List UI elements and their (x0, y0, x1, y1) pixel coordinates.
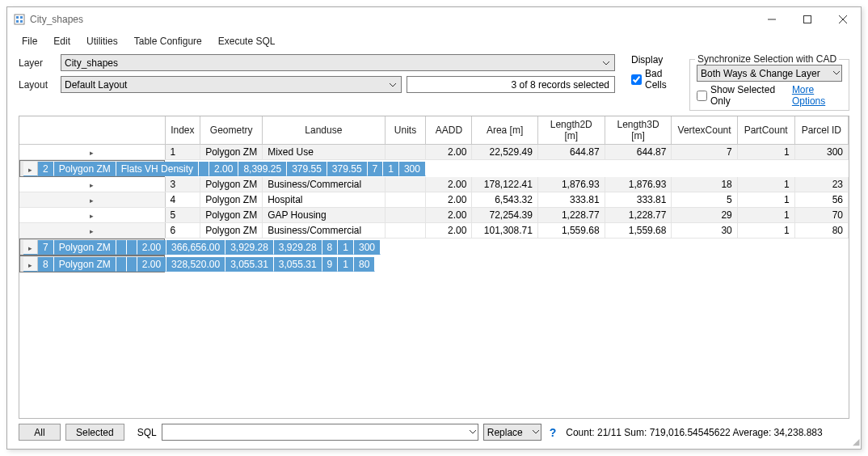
cell[interactable]: 80 (794, 223, 848, 239)
cell[interactable]: 300 (399, 162, 426, 176)
cell[interactable]: 9 (322, 257, 339, 272)
table-row[interactable]: ▸5Polygon ZMGAP Housing2.0072,254.391,22… (19, 208, 849, 223)
data-grid[interactable]: IndexGeometryLanduseUnitsAADDArea [m]Len… (19, 116, 849, 419)
cell[interactable]: 1 (338, 257, 354, 272)
cell[interactable]: 366,656.00 (166, 240, 225, 255)
row-selector[interactable]: ▸ (19, 208, 165, 223)
cell[interactable]: 4 (165, 192, 200, 208)
bad-cells-checkbox[interactable]: Bad Cells (631, 68, 675, 91)
row-selector[interactable]: ▸ (19, 192, 165, 208)
cell[interactable]: 6,543.32 (472, 192, 538, 208)
cell[interactable] (116, 257, 127, 272)
cell[interactable]: 3,055.31 (225, 257, 274, 272)
cell[interactable]: Hospital (263, 192, 385, 208)
cell[interactable]: 22,529.49 (472, 145, 538, 160)
cell[interactable] (385, 145, 426, 160)
table-row[interactable]: ▸2Polygon ZMFlats VH Density2.008,399.25… (19, 160, 165, 177)
cell[interactable]: 2.00 (209, 162, 238, 176)
cell[interactable]: 80 (354, 257, 375, 272)
row-selector[interactable]: ▸ (23, 162, 38, 176)
column-header[interactable]: Landuse (263, 116, 385, 145)
cell[interactable]: 3,929.28 (225, 240, 274, 255)
cell[interactable]: 5 (165, 208, 200, 223)
maximize-button[interactable] (790, 7, 825, 32)
row-selector[interactable]: ▸ (19, 145, 165, 160)
cell[interactable]: 2.00 (426, 192, 472, 208)
menu-table-configure[interactable]: Table Configure (128, 34, 209, 49)
cell[interactable]: 379.55 (287, 162, 327, 176)
layer-combo[interactable]: City_shapes (61, 54, 615, 71)
cell[interactable] (127, 257, 137, 272)
cell[interactable]: 30 (672, 223, 737, 239)
show-selected-only-checkbox[interactable]: Show Selected Only (697, 84, 784, 107)
column-header[interactable]: Length2D [m] (537, 116, 605, 145)
cell[interactable]: 7 (368, 162, 384, 176)
column-header[interactable]: Length3D [m] (605, 116, 672, 145)
cell[interactable]: 1,228.77 (537, 208, 605, 223)
cell[interactable]: 2.00 (426, 208, 472, 223)
column-header[interactable]: VertexCount (672, 116, 737, 145)
column-header[interactable]: Area [m] (472, 116, 538, 145)
cell[interactable] (116, 240, 127, 255)
cell[interactable]: 2.00 (426, 177, 472, 192)
cell[interactable]: 1 (737, 145, 794, 160)
cell[interactable]: 1 (737, 208, 794, 223)
cell[interactable]: 2.00 (137, 257, 166, 272)
all-button[interactable]: All (19, 424, 61, 441)
cell[interactable]: Polygon ZM (54, 162, 116, 176)
cell[interactable]: 1,228.77 (605, 208, 672, 223)
more-options-link[interactable]: More Options (792, 84, 842, 107)
layout-combo[interactable]: Default Layout (61, 76, 402, 93)
cell[interactable]: Polygon ZM (200, 177, 263, 192)
column-header[interactable]: Index (165, 116, 200, 145)
cell[interactable]: 3,929.28 (274, 240, 322, 255)
selected-button[interactable]: Selected (65, 424, 124, 441)
cell[interactable]: 18 (672, 177, 737, 192)
cell[interactable]: 178,122.41 (472, 177, 538, 192)
column-header[interactable]: Geometry (200, 116, 263, 145)
cell[interactable]: 1 (737, 192, 794, 208)
cell[interactable]: Business/Commercial (263, 177, 385, 192)
close-button[interactable] (825, 7, 861, 32)
table-row[interactable]: ▸7Polygon ZM2.00366,656.003,929.283,929.… (19, 239, 165, 255)
sql-input[interactable] (162, 424, 478, 441)
help-icon[interactable]: ? (546, 426, 560, 439)
cell[interactable]: 8 (38, 257, 54, 272)
resize-grip-icon[interactable]: ◢ (853, 437, 859, 447)
cell[interactable]: 7 (672, 145, 737, 160)
cell[interactable]: Polygon ZM (200, 145, 263, 160)
cell[interactable]: 70 (794, 208, 848, 223)
cell[interactable]: 1 (165, 145, 200, 160)
column-header[interactable]: AADD (426, 116, 472, 145)
table-row[interactable]: ▸1Polygon ZMMixed Use2.0022,529.49644.87… (19, 145, 849, 160)
column-header[interactable] (19, 116, 165, 145)
cell[interactable]: 1,876.93 (605, 177, 672, 192)
cell[interactable] (385, 223, 426, 239)
cell[interactable] (385, 177, 426, 192)
replace-combo[interactable]: Replace (483, 424, 541, 441)
cell[interactable]: 1 (383, 162, 399, 176)
cell[interactable]: 8,399.25 (238, 162, 287, 176)
table-row[interactable]: ▸4Polygon ZMHospital2.006,543.32333.8133… (19, 192, 849, 208)
cell[interactable]: 1,559.68 (537, 223, 605, 239)
cell[interactable]: Polygon ZM (200, 223, 263, 239)
column-header[interactable]: Units (385, 116, 426, 145)
cell[interactable]: 644.87 (605, 145, 672, 160)
cell[interactable]: Mixed Use (263, 145, 385, 160)
cell[interactable]: 23 (794, 177, 848, 192)
cell[interactable]: 2.00 (137, 240, 166, 255)
table-row[interactable]: ▸6Polygon ZMBusiness/Commercial2.00101,3… (19, 223, 849, 239)
cell[interactable]: 300 (354, 240, 381, 255)
menu-utilities[interactable]: Utilities (80, 34, 124, 49)
minimize-button[interactable] (754, 7, 790, 32)
cell[interactable]: 1,559.68 (605, 223, 672, 239)
cell[interactable]: 333.81 (537, 192, 605, 208)
cell[interactable]: 300 (794, 145, 848, 160)
cell[interactable]: Polygon ZM (200, 208, 263, 223)
cell[interactable]: Polygon ZM (200, 192, 263, 208)
column-header[interactable]: Parcel ID (794, 116, 848, 145)
menu-edit[interactable]: Edit (47, 34, 77, 49)
row-selector[interactable]: ▸ (23, 240, 38, 255)
row-selector[interactable]: ▸ (19, 177, 165, 192)
cell[interactable]: 2.00 (426, 223, 472, 239)
